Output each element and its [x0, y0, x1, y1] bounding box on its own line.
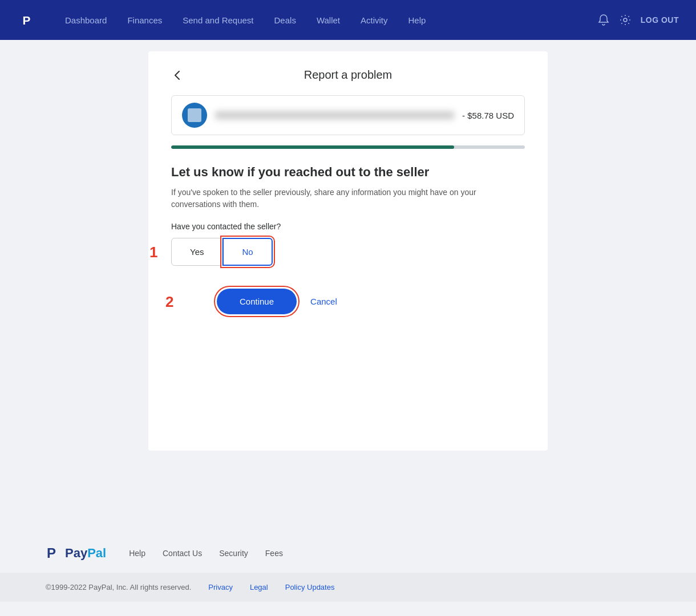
svg-text:P: P: [47, 545, 56, 561]
footer-privacy-link[interactable]: Privacy: [208, 583, 233, 591]
card-title: Report a problem: [304, 68, 392, 82]
footer-links: Help Contact Us Security Fees: [129, 549, 283, 558]
footer-fees-link[interactable]: Fees: [265, 549, 283, 558]
svg-point-2: [624, 18, 627, 22]
back-arrow-icon: [171, 69, 184, 82]
annotation-1: 1: [149, 243, 157, 261]
footer-policy-link[interactable]: Policy Updates: [285, 583, 335, 591]
navbar-logo: P: [17, 10, 38, 30]
nav-right: LOG OUT: [597, 14, 679, 26]
navbar: P Dashboard Finances Send and Request De…: [0, 0, 696, 40]
transaction-row: - $58.78 USD: [171, 95, 525, 135]
footer-logo: P PayPal: [46, 545, 106, 561]
nav-links: Dashboard Finances Send and Request Deal…: [55, 15, 597, 25]
gear-icon: [619, 14, 632, 26]
card-header: Report a problem: [171, 68, 525, 82]
footer-logo-text: PayPal: [65, 546, 106, 561]
cancel-button[interactable]: Cancel: [310, 297, 337, 306]
nav-send-request[interactable]: Send and Request: [172, 15, 264, 25]
paypal-logo-icon: P: [17, 10, 38, 30]
svg-text:P: P: [22, 14, 30, 27]
footer-contact-link[interactable]: Contact Us: [163, 549, 202, 558]
section-title: Let us know if you reached out to the se…: [171, 165, 525, 180]
back-button[interactable]: [171, 69, 184, 82]
no-button[interactable]: No: [222, 238, 272, 266]
nav-finances[interactable]: Finances: [117, 15, 172, 25]
footer-bottom: ©1999-2022 PayPal, Inc. All rights reser…: [0, 573, 696, 602]
section-description: If you've spoken to the seller previousl…: [171, 187, 525, 210]
footer-logo-light: Pal: [87, 546, 106, 560]
settings-button[interactable]: [619, 14, 632, 26]
progress-bar-fill: [171, 145, 454, 149]
footer-legal-link[interactable]: Legal: [250, 583, 268, 591]
footer-security-link[interactable]: Security: [219, 549, 248, 558]
footer-copyright: ©1999-2022 PayPal, Inc. All rights reser…: [46, 583, 191, 591]
nav-dashboard[interactable]: Dashboard: [55, 15, 117, 25]
question-label: Have you contacted the seller?: [171, 222, 525, 231]
annotation-2: 2: [165, 293, 173, 310]
progress-bar-track: [171, 145, 525, 149]
yes-button[interactable]: Yes: [171, 238, 222, 266]
footer-logo-blue: Pay: [65, 546, 87, 560]
continue-button-wrapper: Continue: [217, 289, 297, 314]
transaction-avatar: [182, 103, 207, 128]
bell-icon: [597, 14, 610, 26]
continue-button[interactable]: Continue: [217, 289, 297, 314]
nav-wallet[interactable]: Wallet: [306, 15, 350, 25]
nav-activity[interactable]: Activity: [350, 15, 398, 25]
contact-options: 1 Yes No: [171, 238, 525, 266]
page-body: Report a problem - $58.78 USD Let us kno…: [0, 40, 696, 525]
footer-paypal-logo-icon: P: [46, 545, 62, 561]
notifications-button[interactable]: [597, 14, 610, 26]
transaction-amount: - $58.78 USD: [462, 111, 514, 120]
nav-help[interactable]: Help: [398, 15, 436, 25]
transaction-name-blurred: [215, 111, 454, 119]
transaction-avatar-inner: [188, 108, 201, 122]
footer-help-link[interactable]: Help: [129, 549, 145, 558]
nav-deals[interactable]: Deals: [264, 15, 306, 25]
main-card: Report a problem - $58.78 USD Let us kno…: [148, 51, 548, 451]
footer-main: P PayPal Help Contact Us Security Fees: [0, 525, 696, 573]
action-row: 2 Continue Cancel: [171, 289, 525, 314]
logout-button[interactable]: LOG OUT: [641, 15, 679, 25]
